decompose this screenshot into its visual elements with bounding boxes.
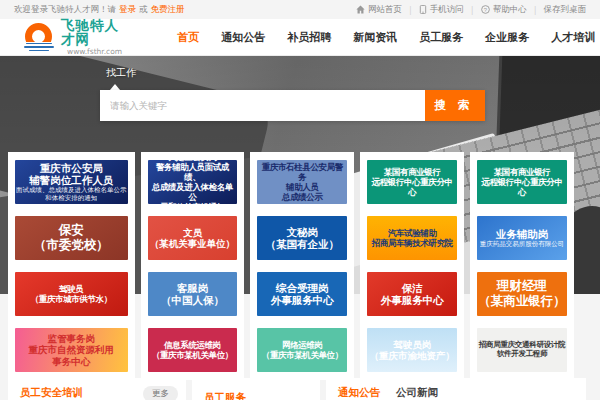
job-card-line: 远程银行中心重庆分中心 bbox=[368, 177, 456, 197]
safety-training-title: 员工安全培训 bbox=[20, 386, 83, 400]
nav-item-4[interactable]: 新闻资讯 bbox=[342, 30, 408, 45]
job-card-line: 警务辅助人员面试成绩、 bbox=[149, 162, 237, 182]
job-cards-grid: 重庆市公安局辅警岗位工作人员面试成绩、总成绩及进入体检名单公示和体检安排的通知保… bbox=[8, 152, 574, 380]
home-icon bbox=[356, 5, 365, 14]
job-card[interactable]: 招商局重庆交通科研设计院软件开发工程师 bbox=[477, 328, 567, 372]
job-column-1: 重庆市公安局辅警岗位工作人员面试成绩、总成绩及进入体检名单公示和体检安排的通知保… bbox=[8, 152, 135, 380]
job-card-line: 驾驶员 bbox=[16, 284, 127, 294]
job-card[interactable]: 保安（市委党校） bbox=[15, 216, 128, 260]
job-card[interactable]: 重庆市石柱县公安局警务辅助人员总成绩公示 bbox=[257, 160, 347, 204]
job-card[interactable]: 汽车试验辅助招商局车辆技术研究院 bbox=[367, 216, 457, 260]
job-column-5: 某国有商业银行远程银行中心重庆分中心业务辅助岗重庆药品交易所股份有限公司理财经理… bbox=[470, 152, 574, 380]
more-button[interactable]: 更多 bbox=[143, 386, 178, 400]
job-card-line: 业务辅助岗 bbox=[478, 228, 566, 240]
job-card[interactable]: 业务辅助岗重庆药品交易所股份有限公司 bbox=[477, 216, 567, 260]
job-card-line: （某国有企业） bbox=[258, 238, 346, 250]
topbar-welcome: 欢迎登录飞驰特人才网！请 登录 或 免费注册 bbox=[14, 4, 185, 16]
site-name: 飞驰特人才网 bbox=[61, 18, 122, 48]
job-card-subline: 重庆药品交易所股份有限公司 bbox=[480, 240, 565, 248]
search-button[interactable]: 搜 索 bbox=[425, 90, 485, 121]
job-card-line: 某国有商业银行 bbox=[368, 167, 456, 177]
job-card-line: （中国人保） bbox=[149, 294, 237, 306]
job-card[interactable]: 综合受理岗外事服务中心 bbox=[257, 272, 347, 316]
job-card[interactable]: 客服岗（中国人保） bbox=[148, 272, 238, 316]
job-card-line: 文员 bbox=[149, 227, 237, 238]
job-card-line: （重庆市某机关单位） bbox=[258, 350, 346, 360]
job-card-line: 综合受理岗 bbox=[258, 282, 346, 294]
job-card-line: 事务中心 bbox=[16, 356, 127, 367]
panel-employee-services: 员工服务 bbox=[192, 378, 320, 400]
sun-waves-logo-icon bbox=[24, 23, 54, 52]
bottom-section: 员工安全培训 更多 员工服务 通知公告公司新闻 bbox=[8, 378, 586, 400]
nav-item-6[interactable]: 企业服务 bbox=[474, 30, 540, 45]
nav-item-2[interactable]: 通知公告 bbox=[210, 30, 276, 45]
job-card-line: 文秘岗 bbox=[258, 226, 346, 238]
job-card-line: 网络运维岗 bbox=[258, 340, 346, 350]
job-card-line: 重庆市自然资源利用 bbox=[16, 344, 127, 355]
nav-item-5[interactable]: 员工服务 bbox=[408, 30, 474, 45]
notice-tab-2[interactable]: 公司新闻 bbox=[396, 386, 438, 400]
job-card-line: 外事服务中心 bbox=[368, 294, 456, 306]
main-nav: 首页通知公告补员招聘新闻资讯员工服务企业服务人才培训党建之窗 bbox=[166, 30, 600, 45]
job-column-4: 某国有商业银行远程银行中心重庆分中心汽车试验辅助招商局车辆技术研究院保洁外事服务… bbox=[360, 152, 464, 380]
job-column-3: 重庆市石柱县公安局警务辅助人员总成绩公示文秘岗（某国有企业）综合受理岗外事服务中… bbox=[250, 152, 354, 380]
employee-services-title: 员工服务 bbox=[204, 391, 246, 400]
job-card[interactable]: 理财经理（某商业银行） bbox=[477, 272, 567, 316]
topbar-links: 网站首页|手机访问|?帮助中心|保存到桌面 bbox=[356, 4, 586, 16]
job-card-line: 外事服务中心 bbox=[258, 294, 346, 306]
nav-item-1[interactable]: 首页 bbox=[166, 30, 210, 45]
site-url: www.fsthr.com bbox=[61, 48, 122, 56]
job-card-line: 辅警岗位工作人员 bbox=[16, 174, 127, 186]
job-card-line: （某商业银行） bbox=[478, 294, 566, 309]
job-card-line: 重庆市石柱县公安局警务 bbox=[258, 162, 346, 182]
job-card-line: 远程银行中心重庆分中心 bbox=[478, 177, 566, 197]
job-card[interactable]: 保洁外事服务中心 bbox=[367, 272, 457, 316]
job-card[interactable]: 文员（某机关事业单位） bbox=[148, 216, 238, 260]
job-card[interactable]: 某国有商业银行远程银行中心重庆分中心 bbox=[367, 160, 457, 204]
topbar-link-1[interactable]: 网站首页 bbox=[356, 4, 402, 16]
nav-item-7[interactable]: 人才培训 bbox=[540, 30, 600, 45]
search-tab-jobs[interactable]: 找工作 bbox=[106, 66, 485, 80]
site-logo[interactable]: 飞驰特人才网 www.fsthr.com bbox=[24, 18, 122, 57]
job-card[interactable]: 信息系统运维岗（重庆市某机关单位） bbox=[148, 328, 238, 372]
svg-text:?: ? bbox=[483, 7, 487, 13]
phone-icon bbox=[419, 5, 427, 14]
nav-item-3[interactable]: 补员招聘 bbox=[276, 30, 342, 45]
job-card[interactable]: 文秘岗（某国有企业） bbox=[257, 216, 347, 260]
header: 飞驰特人才网 www.fsthr.com 首页通知公告补员招聘新闻资讯员工服务企… bbox=[0, 19, 600, 56]
job-card[interactable]: 驾驶员（重庆市城市供节水） bbox=[15, 272, 128, 316]
job-card-line: 保洁 bbox=[368, 282, 456, 294]
separator: | bbox=[409, 5, 412, 15]
register-link[interactable]: 免费注册 bbox=[151, 4, 185, 16]
job-card[interactable]: 大足区公安局警务辅助人员面试成绩、总成绩及进入体检名单公示和体检安排通知 bbox=[148, 160, 238, 204]
notice-tab-1[interactable]: 通知公告 bbox=[338, 386, 380, 400]
job-card[interactable]: 监管事务岗重庆市自然资源利用事务中心 bbox=[15, 328, 128, 372]
job-card-line: （市委党校） bbox=[16, 238, 127, 253]
job-card-line: 招商局车辆技术研究院 bbox=[368, 238, 456, 248]
or-text: 或 bbox=[139, 4, 148, 16]
job-card-line: （重庆市城市供节水） bbox=[16, 294, 127, 304]
job-card-line: 客服岗 bbox=[149, 282, 237, 294]
job-card-line: 总成绩及进入体检名单公 bbox=[149, 182, 237, 202]
job-card-line: 信息系统运维岗 bbox=[149, 340, 237, 350]
job-card[interactable]: 驾驶员岗（重庆市渝地资产） bbox=[367, 328, 457, 372]
job-card-line: 总成绩公示 bbox=[258, 192, 346, 202]
job-card-subline: 面试成绩、总成绩及进入体检名单公示 bbox=[16, 186, 127, 194]
job-card[interactable]: 重庆市公安局辅警岗位工作人员面试成绩、总成绩及进入体检名单公示和体检安排的通知 bbox=[15, 160, 128, 204]
separator: | bbox=[534, 5, 537, 15]
panel-safety-training: 员工安全培训 更多 bbox=[8, 378, 186, 400]
job-card-line: 监管事务岗 bbox=[16, 333, 127, 344]
topbar-link-2[interactable]: 手机访问 bbox=[419, 4, 464, 16]
job-card-line: 汽车试验辅助 bbox=[368, 228, 456, 238]
topbar-link-3[interactable]: ?帮助中心 bbox=[481, 4, 527, 16]
job-card-line: （重庆市某机关单位） bbox=[149, 350, 237, 360]
job-card[interactable]: 某国有商业银行远程银行中心重庆分中心 bbox=[477, 160, 567, 204]
login-link[interactable]: 登录 bbox=[119, 4, 136, 16]
search-input[interactable] bbox=[100, 90, 425, 121]
job-card-line: （某机关事业单位） bbox=[149, 238, 237, 249]
job-card-line: 示和体检安排通知 bbox=[149, 202, 237, 204]
job-card[interactable]: 网络运维岗（重庆市某机关单位） bbox=[257, 328, 347, 372]
job-card-line: 重庆市公安局 bbox=[16, 162, 127, 174]
topbar-link-4[interactable]: 保存到桌面 bbox=[544, 4, 587, 16]
job-card-line: （重庆市渝地资产） bbox=[368, 350, 456, 361]
